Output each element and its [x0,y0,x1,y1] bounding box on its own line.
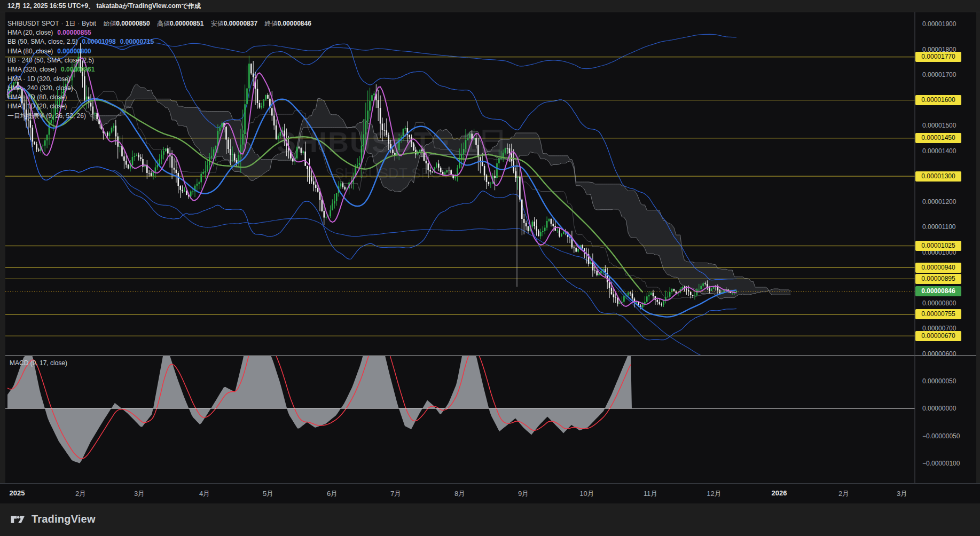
legend-item-label: BB (50, SMA, close, 2.5) [7,38,77,45]
legend-item-value: 0.00000961 [61,66,95,73]
tradingview-logo-icon [11,514,27,525]
chart-canvas[interactable] [0,0,980,536]
open-value: 0.00000850 [116,20,150,27]
tradingview-chart-window: 12月 12, 2025 16:55 UTC+9、 takatabaがTradi… [0,0,980,536]
price-tick: 0.00001700 [922,70,956,79]
right-margin-strip [976,12,980,483]
creation-note-text: 12月 12, 2025 16:55 UTC+9、 takatabaがTradi… [0,0,201,12]
legend-item[interactable]: BB · 240 (50, SMA, close, 2.5) [7,57,94,65]
legend-item-label: HMA (320, close) [7,66,57,73]
price-level-box: 0.00001025 [915,241,961,251]
legend-item-label: HMA (20, close) [7,29,53,36]
creation-note-bar: 12月 12, 2025 16:55 UTC+9、 takatabaがTradi… [0,0,980,12]
price-level-box: 0.00001450 [915,133,961,143]
time-tick: 5月 [263,489,273,499]
time-tick: 3月 [897,489,907,499]
open-label: 始値 [103,20,116,27]
macd-pane-label[interactable]: MACD (9, 17, close) [10,359,67,367]
legend-item[interactable]: 一目均衡表® (9, 26, 52, 26) [7,112,86,120]
close-value: 0.00000846 [277,20,311,27]
tradingview-brand[interactable]: TradingView [11,513,96,525]
time-tick: 9月 [518,489,529,499]
legend-item-label: BB · 240 (50, SMA, close, 2.5) [7,57,94,64]
price-level-box: 0.00000895 [915,274,961,284]
time-tick: 10月 [579,489,594,499]
legend-item[interactable]: HMA · 1D (80, close) [7,93,67,101]
time-axis[interactable]: 20252月3月4月5月6月7月8月9月10月11月12月20262月3月 [0,483,980,504]
price-level-box: 0.00001770 [915,52,961,62]
legend-item[interactable]: HMA · 1D (20, close) [7,103,67,111]
legend-item[interactable]: HMA (80, close)0.00000800 [7,48,91,56]
legend-symbol: SHIBUSDT SPOT [7,20,59,27]
time-tick: 2月 [75,489,86,499]
tradingview-brand-text: TradingView [32,513,96,525]
macd-tick: −0.00000050 [922,432,960,440]
time-tick: 4月 [199,489,210,499]
legend-item-label: HMA · 1D (80, close) [7,93,67,101]
price-tick: 0.00001900 [922,20,956,28]
macd-tick: 0.00000000 [922,404,956,413]
high-label: 高値 [157,20,170,27]
high-value: 0.00000851 [170,20,203,27]
legend-exchange: Bybit [82,20,96,27]
legend-item[interactable]: HMA · 1D (320, close) [7,75,70,83]
legend-item-label: HMA · 1D (320, close) [7,75,70,83]
price-axis[interactable]: 0.000019000.000018000.000017000.00001500… [915,12,976,483]
price-level-box: 0.00000940 [915,263,961,273]
time-tick: 3月 [134,489,145,499]
price-level-box: 0.00000755 [915,309,961,319]
macd-tick: −0.00000100 [922,459,960,468]
current-price-box: 0.00000846 [915,286,961,296]
time-tick: 7月 [390,489,401,499]
time-tick: 6月 [327,489,338,499]
legend-item[interactable]: HMA · 240 (320, close) [7,84,73,92]
legend-interval: 1日 [65,20,75,27]
time-tick: 11月 [644,489,658,499]
time-tick: 2025 [10,489,25,497]
price-level-box: 0.00001600 [915,95,961,105]
legend-item[interactable]: HMA (320, close)0.00000961 [7,66,95,74]
price-tick: 0.00000800 [922,299,956,308]
time-tick: 12月 [707,489,721,499]
legend-symbol-row[interactable]: SHIBUSDT SPOT·1日·Bybit 始値0.00000850 高値0.… [7,20,311,28]
time-tick: 2月 [838,489,849,499]
low-label: 安値 [211,20,224,27]
left-margin-strip [0,12,5,483]
footer-bar: TradingView [0,503,980,536]
macd-tick: 0.00000050 [922,377,956,385]
time-tick: 2026 [772,489,787,497]
legend-item-value: 0.00000715 [120,38,154,45]
price-level-box: 0.00000670 [915,331,961,341]
low-value: 0.00000837 [224,20,257,27]
price-tick: 0.00001100 [922,223,956,231]
legend-item-label: 一目均衡表® (9, 26, 52, 26) [7,112,86,120]
price-tick: 0.00000600 [922,350,956,358]
legend-item[interactable]: HMA (20, close)0.00000855 [7,29,91,37]
time-tick: 8月 [454,489,465,499]
close-label: 終値 [264,20,277,27]
legend-item-label: HMA · 240 (320, close) [7,84,73,92]
legend-item-value: 0.00000800 [57,48,91,55]
price-tick: 0.00001200 [922,198,956,206]
legend-item-label: HMA · 1D (20, close) [7,103,67,110]
price-tick: 0.00001400 [922,147,956,155]
legend-item[interactable]: BB (50, SMA, close, 2.5)0.000010980.0000… [7,38,154,46]
legend-item-value: 0.00000855 [57,29,91,36]
legend-item-value: 0.00001098 [82,38,115,45]
price-level-box: 0.00001300 [915,171,961,182]
price-tick: 0.00001500 [922,121,956,130]
legend-item-label: HMA (80, close) [7,48,53,55]
